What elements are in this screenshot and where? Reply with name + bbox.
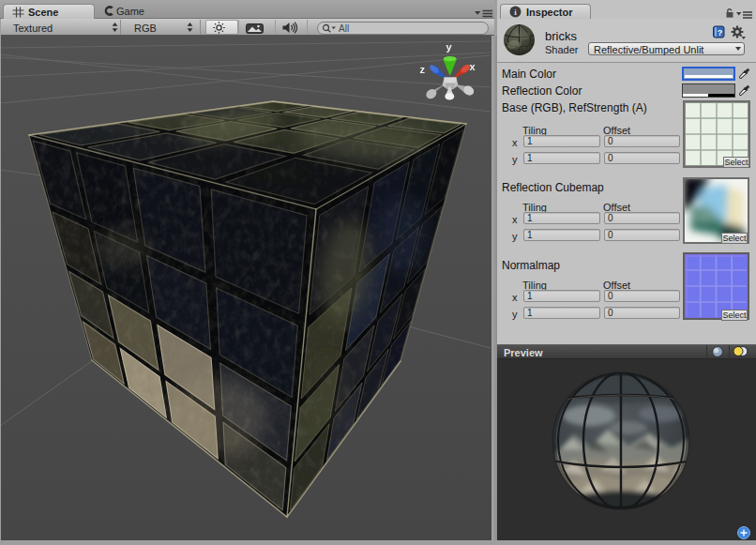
svg-text:?: ? — [718, 28, 723, 38]
svg-text:y: y — [446, 41, 453, 53]
svg-text:x: x — [470, 61, 476, 72]
svg-text:z: z — [420, 64, 426, 75]
